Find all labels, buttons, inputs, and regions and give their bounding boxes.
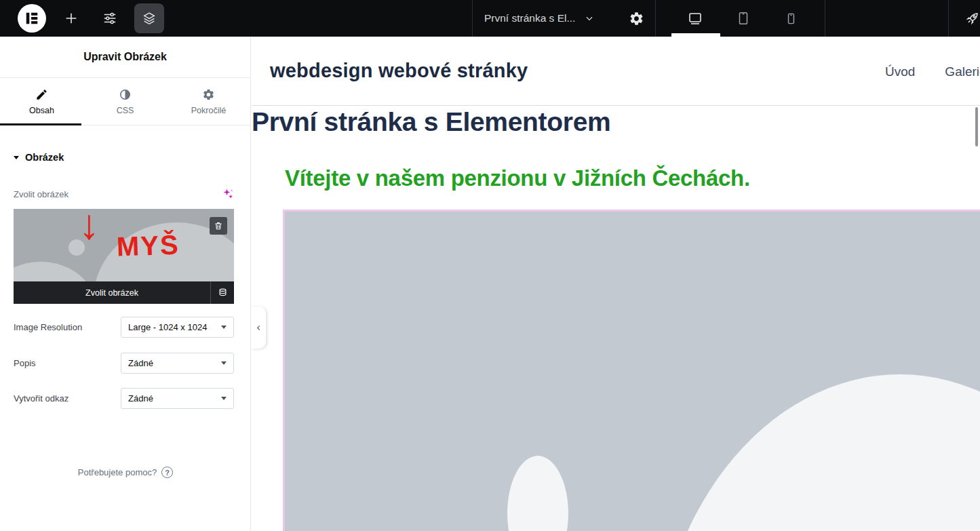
trash-icon — [214, 221, 223, 231]
need-help-link[interactable]: Potřebujete pomoc? ? — [0, 467, 251, 478]
placeholder-small-ellipse — [507, 456, 568, 531]
page-canvas: webdesign webové stránky Úvod Galerie Pr… — [252, 37, 980, 531]
chevron-down-icon — [585, 14, 594, 23]
panel-tabs: Obsah CSS Pokročilé — [0, 78, 250, 125]
caret-down-icon — [221, 361, 227, 365]
elementor-editor: První stránka s El... — [0, 0, 980, 531]
toolbar-divider — [948, 0, 949, 37]
pencil-icon — [35, 88, 48, 101]
tab-pokrocile[interactable]: Pokročilé — [167, 78, 250, 125]
section-title: Obrázek — [25, 152, 64, 163]
contrast-icon — [119, 88, 132, 101]
section-obrazek-toggle[interactable]: Obrázek — [14, 152, 64, 163]
tab-label: Pokročilé — [191, 106, 226, 115]
add-element-button[interactable] — [56, 3, 86, 33]
annotation-text: MYŠ — [116, 229, 180, 262]
tablet-icon — [736, 11, 751, 26]
device-tablet-button[interactable] — [728, 3, 758, 33]
toolbar-divider — [655, 0, 656, 37]
vytvorit-odkaz-select[interactable]: Zádné — [121, 388, 234, 409]
elementor-e-icon — [24, 11, 39, 26]
top-toolbar: První stránka s El... — [0, 0, 980, 37]
panel-header: Upravit Obrázek — [0, 37, 250, 78]
caret-down-icon — [221, 397, 227, 400]
toolbar-divider — [825, 0, 825, 37]
ai-sparkles-icon[interactable] — [222, 188, 234, 200]
question-mark-icon: ? — [161, 467, 173, 478]
welcome-heading[interactable]: Vítejte v našem penzionu v Jižních Čechá… — [285, 165, 750, 191]
popis-select[interactable]: Zádné — [121, 353, 234, 374]
structure-panel-button[interactable] — [134, 3, 164, 33]
caret-down-icon — [221, 326, 227, 329]
panel-title: Upravit Obrázek — [83, 51, 167, 63]
elementor-logo[interactable] — [18, 4, 46, 33]
choose-image-button[interactable]: Zvolit obrázek — [14, 288, 210, 298]
gear-icon — [629, 11, 644, 26]
field-image-resolution: Image Resolution Large - 1024 x 1024 — [14, 317, 234, 338]
image-resolution-select[interactable]: Large - 1024 x 1024 — [121, 317, 234, 338]
choose-image-row: Zvolit obrázek — [14, 188, 234, 200]
layers-icon — [142, 11, 157, 26]
document-title: První stránka s El... — [484, 12, 575, 24]
field-popis: Popis Zádné — [14, 353, 234, 374]
image-placeholder — [285, 212, 980, 531]
select-value: Large - 1024 x 1024 — [128, 322, 207, 332]
site-navigation: Úvod Galerie — [885, 64, 980, 79]
nav-link-galerie[interactable]: Galerie — [945, 64, 980, 79]
field-label: Vytvořit odkaz — [14, 393, 68, 404]
delete-image-button[interactable] — [210, 217, 227, 235]
media-library-button[interactable] — [211, 281, 234, 304]
active-device-indicator — [671, 33, 720, 37]
media-preview-bar: Zvolit obrázek — [14, 281, 234, 304]
selected-image-widget[interactable] — [283, 210, 980, 531]
field-label: Popis — [14, 358, 36, 368]
page-heading[interactable]: První stránka s Elementorem — [252, 107, 610, 137]
stack-icon — [218, 288, 228, 298]
nav-link-uvod[interactable]: Úvod — [885, 64, 915, 79]
panel-collapse-handle[interactable] — [251, 307, 266, 349]
select-value: Zádné — [128, 358, 153, 368]
chevron-left-icon — [255, 324, 262, 332]
plus-icon — [64, 11, 79, 26]
mobile-icon — [785, 12, 798, 25]
device-desktop-button[interactable] — [680, 3, 710, 33]
gear-icon — [202, 88, 215, 101]
active-tab-indicator — [0, 123, 81, 125]
tab-css[interactable]: CSS — [83, 78, 167, 125]
rocket-icon — [964, 10, 980, 26]
annotation-arrow: ↓ — [79, 209, 100, 245]
need-help-label: Potřebujete pomoc? — [78, 467, 157, 477]
canvas-scrollbar[interactable] — [975, 107, 978, 146]
sliders-icon — [102, 11, 117, 26]
editing-panel: Upravit Obrázek Obsah CSS — [0, 37, 251, 531]
caret-down-icon — [14, 156, 19, 159]
field-vytvorit-odkaz: Vytvořit odkaz Zádné — [14, 388, 234, 409]
site-title[interactable]: webdesign webové stránky — [270, 60, 528, 82]
select-value: Zádné — [128, 393, 153, 404]
page-settings-button[interactable] — [621, 3, 651, 33]
document-switcher[interactable]: První stránka s El... — [475, 0, 604, 37]
toolbar-divider — [472, 0, 473, 37]
publish-button[interactable] — [958, 3, 980, 33]
image-preview[interactable]: ↓ MYŠ Zvolit obrázek — [14, 209, 234, 304]
tab-obsah[interactable]: Obsah — [0, 78, 83, 125]
desktop-icon — [687, 10, 703, 26]
site-settings-button[interactable] — [95, 3, 125, 33]
device-mobile-button[interactable] — [776, 3, 806, 33]
header-divider — [252, 105, 980, 106]
tab-label: CSS — [117, 106, 134, 115]
placeholder-large-ellipse — [652, 374, 980, 531]
choose-image-label: Zvolit obrázek — [14, 189, 68, 199]
field-label: Image Resolution — [14, 322, 82, 332]
tab-label: Obsah — [29, 106, 54, 115]
